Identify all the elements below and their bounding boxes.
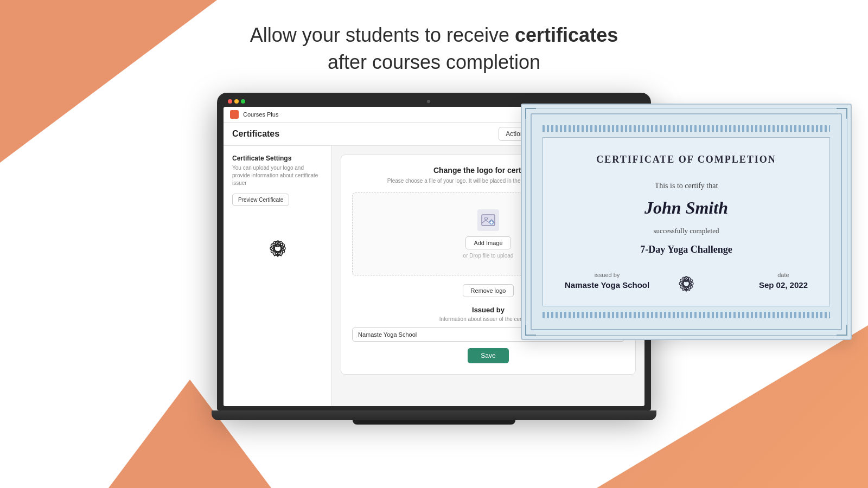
- laptop-dots: [228, 99, 245, 104]
- cert-outer-border: CERTIFICATE OF COMPLETION This is to cer…: [531, 113, 842, 330]
- laptop-foot: [353, 420, 515, 425]
- cert-completed-text: successfully completed: [565, 227, 808, 235]
- cert-inner: CERTIFICATE OF COMPLETION This is to cer…: [542, 137, 830, 306]
- main-container: Allow your students to receive certifica…: [0, 0, 868, 488]
- headline: Allow your students to receive certifica…: [250, 22, 618, 76]
- cert-bottom-row: issued by Namaste Yoga School: [565, 272, 808, 290]
- app-title: Courses Plus: [243, 111, 278, 118]
- page-title: Certificates: [232, 129, 499, 139]
- cert-recipient-name: John Smith: [565, 198, 808, 218]
- cert-date-block: date Sep 02, 2022: [759, 272, 808, 290]
- cert-deco-top: [542, 125, 830, 132]
- cert-date-label: date: [759, 272, 808, 278]
- cert-issuer-name: Namaste Yoga School: [565, 280, 649, 290]
- headline-line2: after courses completion: [328, 51, 540, 73]
- cert-course-name: 7-Day Yoga Challenge: [565, 244, 808, 255]
- content-row: Courses Plus 🔔 ••• Certificates Actions: [0, 93, 868, 425]
- remove-logo-button[interactable]: Remove logo: [463, 284, 514, 297]
- lotus-icon: [259, 226, 297, 260]
- headline-normal: Allow your students to receive: [250, 24, 515, 46]
- certificate-panel: CERTIFICATE OF COMPLETION This is to cer…: [521, 104, 852, 340]
- preview-certificate-button[interactable]: Preview Certificate: [232, 194, 289, 206]
- laptop-camera: [427, 100, 430, 103]
- cert-issuer-block: issued by Namaste Yoga School: [565, 272, 649, 290]
- cert-logo-center: [670, 263, 703, 295]
- dot-red: [228, 99, 232, 104]
- cert-issued-by-label: issued by: [565, 272, 649, 278]
- cert-date-value: Sep 02, 2022: [759, 280, 808, 290]
- save-button[interactable]: Save: [468, 348, 508, 363]
- cert-title: CERTIFICATE OF COMPLETION: [565, 154, 808, 165]
- app-sidebar: Certificate Settings You can upload your…: [224, 146, 332, 406]
- cert-certify-text: This is to certify that: [565, 182, 808, 190]
- laptop-base: [212, 410, 656, 420]
- app-logo-icon: [230, 110, 239, 119]
- dot-yellow: [234, 99, 239, 104]
- add-image-button[interactable]: Add Image: [465, 236, 510, 249]
- sidebar-section-title: Certificate Settings: [232, 155, 323, 162]
- sidebar-logo-area: [232, 215, 323, 260]
- cert-deco-bottom: [542, 312, 830, 318]
- dot-green: [241, 99, 245, 104]
- sidebar-description: You can upload your logo and provide inf…: [232, 164, 323, 187]
- headline-bold: certificates: [515, 24, 618, 46]
- image-placeholder-icon: [477, 209, 499, 231]
